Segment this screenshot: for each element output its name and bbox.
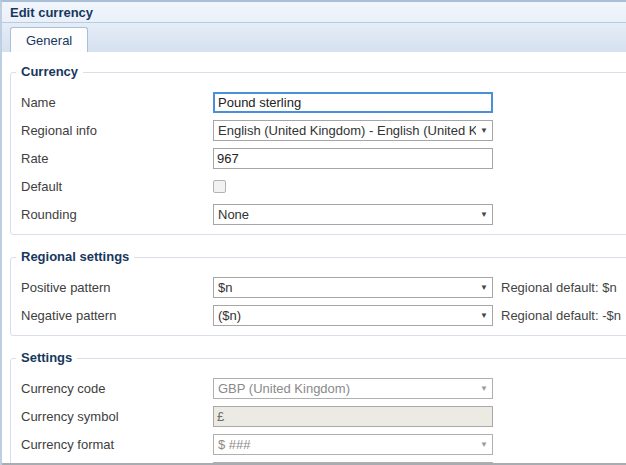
chevron-down-icon: ▼ [480,283,488,292]
field-row: Rounding None ▼ [21,204,626,225]
default-label: Default [21,179,213,194]
field-row: Currency format $ ### ▼ [21,434,626,455]
rate-input[interactable] [213,148,493,169]
rate-label: Rate [21,151,213,166]
section-legend: Settings [16,350,77,365]
field-row: Default [21,176,626,197]
window-titlebar: Edit currency [2,2,626,23]
positive-pattern-select[interactable]: $n ▼ [213,277,493,298]
tab-general[interactable]: General [10,27,88,52]
regional-default-hint: Regional default: $n [493,280,626,295]
name-label: Name [21,95,213,110]
negative-pattern-select[interactable]: ($n) ▼ [213,305,493,326]
negative-pattern-label: Negative pattern [21,308,213,323]
field-row: Rate [21,148,626,169]
section-legend: Currency [16,64,83,79]
field-row: Currency code GBP (United Kingdom) ▼ [21,378,626,399]
regional-default-hint: Regional default: -$n [493,308,626,323]
section-currency: Currency Name Regional info English (Uni… [10,72,626,235]
field-row: Regional info English (United Kingdom) -… [21,120,626,141]
field-row: Negative pattern ($n) ▼ Regional default… [21,305,626,326]
window-title: Edit currency [10,5,93,20]
edit-currency-panel: Edit currency General Currency Name Regi… [0,0,626,465]
rounding-select[interactable]: None ▼ [213,204,493,225]
chevron-down-icon: ▼ [480,210,488,219]
chevron-down-icon: ▼ [480,311,488,320]
form-content: Currency Name Regional info English (Uni… [2,52,626,465]
currency-code-select: GBP (United Kingdom) ▼ [213,378,493,399]
currency-symbol-input [213,406,493,427]
tab-general-label: General [26,33,72,48]
field-row: Currency symbol [21,406,626,427]
section-regional-settings: Regional settings Positive pattern $n ▼ … [10,257,626,336]
tab-strip: General [2,23,626,52]
positive-pattern-label: Positive pattern [21,280,213,295]
chevron-down-icon: ▼ [480,126,488,135]
section-settings: Settings Currency code GBP (United Kingd… [10,358,626,465]
currency-code-label: Currency code [21,381,213,396]
name-input[interactable] [213,92,493,113]
chevron-down-icon: ▼ [480,384,488,393]
currency-symbol-label: Currency symbol [21,409,213,424]
field-row: Positive pattern $n ▼ Regional default: … [21,277,626,298]
rounding-label: Rounding [21,207,213,222]
currency-format-label: Currency format [21,437,213,452]
chevron-down-icon: ▼ [480,440,488,449]
regional-info-select[interactable]: English (United Kingdom) - English (Unit… [213,120,493,141]
field-row: Name [21,92,626,113]
regional-info-label: Regional info [21,123,213,138]
currency-format-select: $ ### ▼ [213,434,493,455]
default-checkbox[interactable] [213,180,226,193]
section-legend: Regional settings [16,249,134,264]
